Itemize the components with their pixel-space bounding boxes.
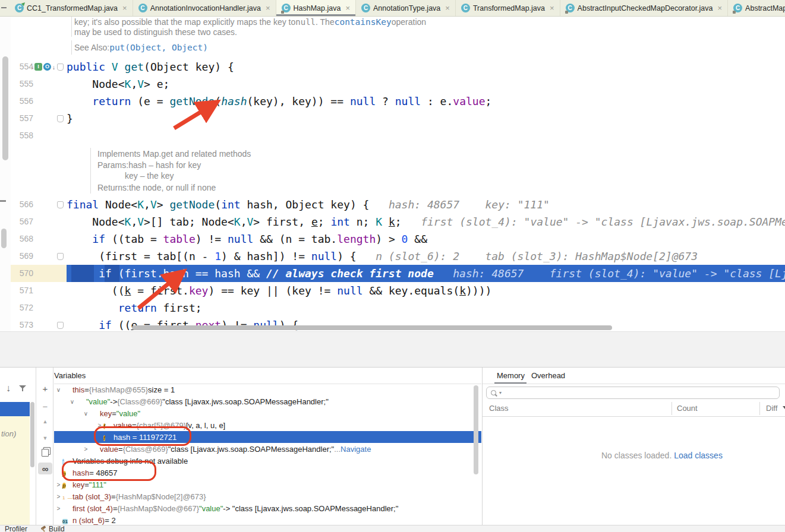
line-number[interactable]: 573 [11,316,33,331]
variables-tree-row[interactable]: fhash = 111972721 [54,431,481,443]
close-icon[interactable]: × [445,4,450,12]
sort-desc-icon[interactable] [783,406,785,409]
variables-tree-row[interactable]: >value = {Class@669} "class [Ljavax.jws.… [54,443,481,455]
editor-gutter[interactable]: 571 [11,282,67,299]
editor-gutter[interactable]: 568 [11,230,67,248]
infinity-toggle-button[interactable]: ∞ [38,463,52,474]
fold-marker-icon[interactable] [57,322,64,329]
search-options-caret-icon[interactable]: ▾ [499,390,502,395]
override-marker-icon[interactable]: I↓↑ [34,63,42,71]
editor-gutter[interactable]: 570 [11,265,67,282]
tab-abstractmapentrydecorator-java[interactable]: CAbstractMapEntryDecorator.java× [728,0,785,16]
variables-tree-row[interactable]: >pkey = "111" [54,479,481,490]
scroll-up-button[interactable]: ▲ [36,415,54,428]
copy-stack-icon[interactable] [36,446,54,459]
implements-marker-icon[interactable]: O↓ [43,63,51,71]
column-class[interactable]: Class [489,404,509,413]
tab-overhead[interactable]: Overhead [531,371,565,380]
variables-tree-row[interactable]: >fvalue = {char[5]@679} [v, a, l, u, e] [54,419,481,431]
chevron-down-icon[interactable]: ∨ [82,410,90,417]
code-line-555[interactable]: 555 Node<K,V> e; [11,75,785,93]
editor-gutter[interactable]: 572 [11,299,67,316]
variables-tree-row[interactable]: ∨this = {HashMap@655} size = 1 [54,384,481,395]
line-number[interactable]: 556 [11,93,33,110]
code-line-557[interactable]: 557} [11,110,785,127]
fold-marker-icon[interactable] [57,201,64,208]
code-line-554[interactable]: 554I↓↑O↓public V get(Object key) { [11,58,785,75]
editor-horizontal-scrollbar[interactable] [132,325,612,330]
code-line-568[interactable]: 568 if ((tab = table) != null && (n = ta… [11,230,785,248]
code-line-570[interactable]: 570 if (first.hash == hash && // always … [11,265,785,282]
tab-transformedmap-java[interactable]: CTransformedMap.java× [456,0,560,16]
tab-abstractinputcheckedmapdecorator-java[interactable]: CAbstractInputCheckedMapDecorator.java× [560,0,729,16]
editor-gutter[interactable]: 555 [11,75,67,93]
line-number[interactable]: 566 [11,196,33,213]
variables-tree-row[interactable]: 01n (slot_6) = 2 [54,514,481,525]
line-number[interactable]: 568 [11,230,33,248]
variables-tree-row[interactable]: ∨key = "value" [54,407,481,419]
close-icon[interactable]: × [550,4,554,12]
code-text[interactable] [67,127,785,144]
editor-gutter[interactable]: 569 [11,248,67,265]
tab-annotationinvocationhandler-java[interactable]: CAnnotationInvocationHandler.java× [133,0,276,16]
scroll-down-button[interactable]: ▼ [36,432,54,445]
left-scrollbar-thumb-2[interactable] [1,229,7,248]
column-divider[interactable] [759,402,760,415]
line-number[interactable]: 571 [11,282,33,299]
filter-funnel-icon[interactable] [19,385,26,392]
frames-scrollbar-thumb[interactable] [30,402,34,467]
close-icon[interactable]: × [345,4,350,12]
column-divider[interactable] [671,402,672,415]
fold-marker-icon[interactable] [57,64,64,71]
editor-gutter[interactable]: 554I↓↑O↓ [11,58,67,75]
code-line-558[interactable]: 558 [11,127,785,144]
code-text[interactable]: ((k = first.key) == key || (key != null … [67,282,785,299]
tab-memory[interactable]: Memory [497,371,525,380]
variables-tree-row[interactable]: phash = 48657 [54,467,481,479]
variables-scrollbar-thumb[interactable] [474,385,478,474]
editor-gutter[interactable]: 558 [11,127,67,144]
line-number[interactable]: 569 [11,248,33,265]
fold-marker-icon[interactable] [57,253,64,260]
memory-search-input[interactable]: ▾ [486,387,780,399]
variables-tree-row[interactable]: >1 —2 —3 —tab (slot_3) = {HashMap$Node[2… [54,490,481,502]
tab-hashmap-java[interactable]: CHashMap.java× [276,0,357,16]
doc-link[interactable]: containsKey [335,17,392,27]
line-number[interactable]: 555 [11,75,33,93]
code-line-569[interactable]: 569 (first = tab[(n - 1) & hash]) != nul… [11,248,785,265]
line-number[interactable]: 558 [11,127,33,144]
editor-gutter[interactable]: 573 [11,316,67,331]
navigate-link[interactable]: Navigate [341,445,371,454]
frames-scroll-down-icon[interactable]: ↓ [6,383,11,394]
code-text[interactable]: if (first.hash == hash && // always chec… [67,265,785,282]
chevron-right-icon[interactable]: > [82,446,90,452]
editor-gutter[interactable]: 566 [11,196,67,213]
status-build[interactable]: Build [40,525,65,532]
chevron-right-icon[interactable]: > [96,422,103,429]
code-text[interactable]: if ((tab = table) != null && (n = tab.le… [67,230,785,248]
code-text[interactable]: Node<K,V>[] tab; Node<K,V> first, e; int… [67,213,785,230]
line-number[interactable]: 570 [11,265,33,282]
code-text[interactable]: Node<K,V> e; [67,75,785,93]
editor-gutter[interactable]: 556 [11,93,67,110]
chevron-right-icon[interactable]: > [55,482,62,488]
selected-frame-row[interactable] [0,402,30,416]
add-watch-button[interactable]: + [36,382,54,395]
chevron-right-icon[interactable]: > [55,493,62,500]
column-diff[interactable]: Diff [766,404,777,413]
fold-marker-icon[interactable] [57,115,64,122]
close-icon[interactable]: × [266,4,270,12]
column-count[interactable]: Count [677,404,698,413]
code-editor[interactable]: key; it's also possible that the map exp… [11,17,785,331]
editor-gutter[interactable]: 557 [11,110,67,127]
variables-tree-row[interactable]: ∨"value" -> {Class@669} "class [Ljavax.j… [54,395,481,407]
chevron-down-icon[interactable]: ∨ [55,387,62,393]
chevron-right-icon[interactable]: > [55,505,62,512]
close-icon[interactable]: × [718,4,723,12]
variables-tree-row[interactable]: >first (slot_4) = {HashMap$Node@667} "va… [54,502,481,514]
frames-list[interactable]: tion) [0,416,30,525]
code-line-572[interactable]: 572 return first; [11,299,785,316]
editor-debugger-splitter[interactable] [0,331,785,368]
remove-watch-button[interactable]: − [36,400,54,413]
splitter-dash-icon[interactable] [0,200,6,202]
